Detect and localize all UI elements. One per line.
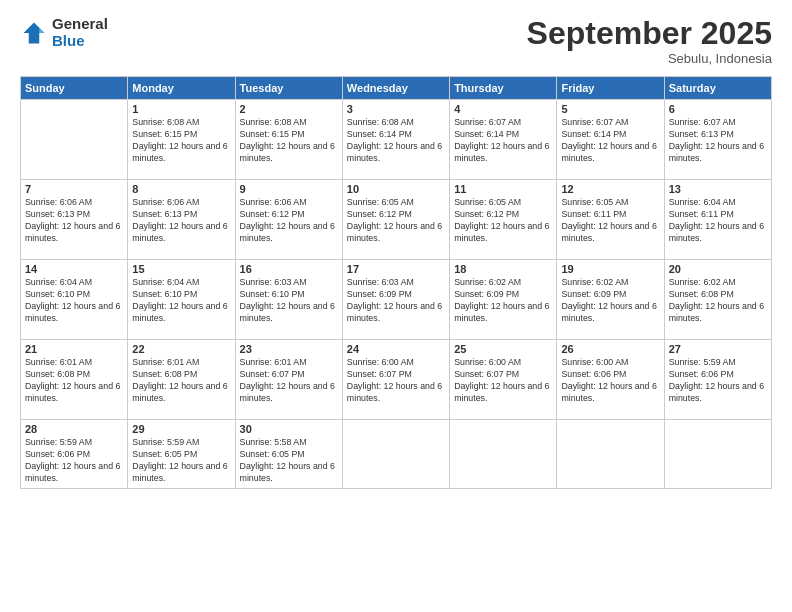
day-info: Sunrise: 5:59 AM Sunset: 6:06 PM Dayligh… — [669, 357, 767, 405]
col-monday: Monday — [128, 77, 235, 100]
month-title: September 2025 — [527, 16, 772, 51]
table-row: 25Sunrise: 6:00 AM Sunset: 6:07 PM Dayli… — [450, 340, 557, 420]
day-number: 12 — [561, 183, 659, 195]
day-number: 15 — [132, 263, 230, 275]
table-row: 10Sunrise: 6:05 AM Sunset: 6:12 PM Dayli… — [342, 180, 449, 260]
day-number: 24 — [347, 343, 445, 355]
day-number: 28 — [25, 423, 123, 435]
day-info: Sunrise: 6:03 AM Sunset: 6:09 PM Dayligh… — [347, 277, 445, 325]
table-row: 16Sunrise: 6:03 AM Sunset: 6:10 PM Dayli… — [235, 260, 342, 340]
day-info: Sunrise: 6:04 AM Sunset: 6:10 PM Dayligh… — [132, 277, 230, 325]
table-row: 28Sunrise: 5:59 AM Sunset: 6:06 PM Dayli… — [21, 420, 128, 489]
table-row: 11Sunrise: 6:05 AM Sunset: 6:12 PM Dayli… — [450, 180, 557, 260]
day-number: 19 — [561, 263, 659, 275]
day-number: 25 — [454, 343, 552, 355]
day-info: Sunrise: 6:06 AM Sunset: 6:13 PM Dayligh… — [132, 197, 230, 245]
table-row: 5Sunrise: 6:07 AM Sunset: 6:14 PM Daylig… — [557, 100, 664, 180]
day-number: 14 — [25, 263, 123, 275]
col-tuesday: Tuesday — [235, 77, 342, 100]
day-info: Sunrise: 6:00 AM Sunset: 6:06 PM Dayligh… — [561, 357, 659, 405]
table-row: 24Sunrise: 6:00 AM Sunset: 6:07 PM Dayli… — [342, 340, 449, 420]
day-number: 4 — [454, 103, 552, 115]
calendar-week-row: 21Sunrise: 6:01 AM Sunset: 6:08 PM Dayli… — [21, 340, 772, 420]
day-number: 1 — [132, 103, 230, 115]
svg-marker-1 — [39, 27, 44, 32]
day-info: Sunrise: 5:58 AM Sunset: 6:05 PM Dayligh… — [240, 437, 338, 485]
table-row: 18Sunrise: 6:02 AM Sunset: 6:09 PM Dayli… — [450, 260, 557, 340]
day-info: Sunrise: 6:07 AM Sunset: 6:14 PM Dayligh… — [561, 117, 659, 165]
location-subtitle: Sebulu, Indonesia — [527, 51, 772, 66]
day-info: Sunrise: 6:00 AM Sunset: 6:07 PM Dayligh… — [454, 357, 552, 405]
col-sunday: Sunday — [21, 77, 128, 100]
day-number: 13 — [669, 183, 767, 195]
logo-icon — [20, 19, 48, 47]
table-row: 29Sunrise: 5:59 AM Sunset: 6:05 PM Dayli… — [128, 420, 235, 489]
day-info: Sunrise: 6:02 AM Sunset: 6:08 PM Dayligh… — [669, 277, 767, 325]
table-row: 15Sunrise: 6:04 AM Sunset: 6:10 PM Dayli… — [128, 260, 235, 340]
day-number: 20 — [669, 263, 767, 275]
day-info: Sunrise: 6:04 AM Sunset: 6:11 PM Dayligh… — [669, 197, 767, 245]
day-info: Sunrise: 6:01 AM Sunset: 6:08 PM Dayligh… — [25, 357, 123, 405]
day-number: 18 — [454, 263, 552, 275]
day-number: 30 — [240, 423, 338, 435]
day-info: Sunrise: 6:07 AM Sunset: 6:14 PM Dayligh… — [454, 117, 552, 165]
calendar-week-row: 14Sunrise: 6:04 AM Sunset: 6:10 PM Dayli… — [21, 260, 772, 340]
table-row: 7Sunrise: 6:06 AM Sunset: 6:13 PM Daylig… — [21, 180, 128, 260]
day-number: 22 — [132, 343, 230, 355]
day-number: 29 — [132, 423, 230, 435]
table-row: 4Sunrise: 6:07 AM Sunset: 6:14 PM Daylig… — [450, 100, 557, 180]
day-number: 11 — [454, 183, 552, 195]
day-number: 26 — [561, 343, 659, 355]
day-info: Sunrise: 6:04 AM Sunset: 6:10 PM Dayligh… — [25, 277, 123, 325]
table-row: 27Sunrise: 5:59 AM Sunset: 6:06 PM Dayli… — [664, 340, 771, 420]
day-info: Sunrise: 6:03 AM Sunset: 6:10 PM Dayligh… — [240, 277, 338, 325]
table-row — [664, 420, 771, 489]
day-number: 16 — [240, 263, 338, 275]
day-info: Sunrise: 6:00 AM Sunset: 6:07 PM Dayligh… — [347, 357, 445, 405]
table-row: 22Sunrise: 6:01 AM Sunset: 6:08 PM Dayli… — [128, 340, 235, 420]
day-number: 9 — [240, 183, 338, 195]
day-number: 7 — [25, 183, 123, 195]
table-row: 19Sunrise: 6:02 AM Sunset: 6:09 PM Dayli… — [557, 260, 664, 340]
page: General Blue September 2025 Sebulu, Indo… — [0, 0, 792, 612]
day-info: Sunrise: 6:05 AM Sunset: 6:11 PM Dayligh… — [561, 197, 659, 245]
table-row: 6Sunrise: 6:07 AM Sunset: 6:13 PM Daylig… — [664, 100, 771, 180]
day-info: Sunrise: 6:07 AM Sunset: 6:13 PM Dayligh… — [669, 117, 767, 165]
day-info: Sunrise: 6:02 AM Sunset: 6:09 PM Dayligh… — [454, 277, 552, 325]
day-info: Sunrise: 6:01 AM Sunset: 6:07 PM Dayligh… — [240, 357, 338, 405]
day-number: 21 — [25, 343, 123, 355]
day-number: 6 — [669, 103, 767, 115]
col-thursday: Thursday — [450, 77, 557, 100]
table-row — [21, 100, 128, 180]
table-row: 9Sunrise: 6:06 AM Sunset: 6:12 PM Daylig… — [235, 180, 342, 260]
col-wednesday: Wednesday — [342, 77, 449, 100]
calendar-week-row: 7Sunrise: 6:06 AM Sunset: 6:13 PM Daylig… — [21, 180, 772, 260]
day-number: 8 — [132, 183, 230, 195]
table-row — [450, 420, 557, 489]
table-row: 30Sunrise: 5:58 AM Sunset: 6:05 PM Dayli… — [235, 420, 342, 489]
col-friday: Friday — [557, 77, 664, 100]
table-row — [342, 420, 449, 489]
day-info: Sunrise: 5:59 AM Sunset: 6:05 PM Dayligh… — [132, 437, 230, 485]
table-row: 3Sunrise: 6:08 AM Sunset: 6:14 PM Daylig… — [342, 100, 449, 180]
table-row: 12Sunrise: 6:05 AM Sunset: 6:11 PM Dayli… — [557, 180, 664, 260]
day-info: Sunrise: 6:08 AM Sunset: 6:14 PM Dayligh… — [347, 117, 445, 165]
day-info: Sunrise: 6:08 AM Sunset: 6:15 PM Dayligh… — [132, 117, 230, 165]
table-row: 1Sunrise: 6:08 AM Sunset: 6:15 PM Daylig… — [128, 100, 235, 180]
day-info: Sunrise: 6:06 AM Sunset: 6:12 PM Dayligh… — [240, 197, 338, 245]
day-number: 17 — [347, 263, 445, 275]
logo: General Blue — [20, 16, 108, 49]
table-row: 13Sunrise: 6:04 AM Sunset: 6:11 PM Dayli… — [664, 180, 771, 260]
col-saturday: Saturday — [664, 77, 771, 100]
calendar-week-row: 28Sunrise: 5:59 AM Sunset: 6:06 PM Dayli… — [21, 420, 772, 489]
table-row — [557, 420, 664, 489]
logo-text: General Blue — [52, 16, 108, 49]
day-number: 5 — [561, 103, 659, 115]
day-info: Sunrise: 5:59 AM Sunset: 6:06 PM Dayligh… — [25, 437, 123, 485]
calendar-header-row: Sunday Monday Tuesday Wednesday Thursday… — [21, 77, 772, 100]
logo-general-text: General — [52, 16, 108, 33]
day-number: 2 — [240, 103, 338, 115]
day-info: Sunrise: 6:05 AM Sunset: 6:12 PM Dayligh… — [454, 197, 552, 245]
table-row: 21Sunrise: 6:01 AM Sunset: 6:08 PM Dayli… — [21, 340, 128, 420]
day-number: 10 — [347, 183, 445, 195]
